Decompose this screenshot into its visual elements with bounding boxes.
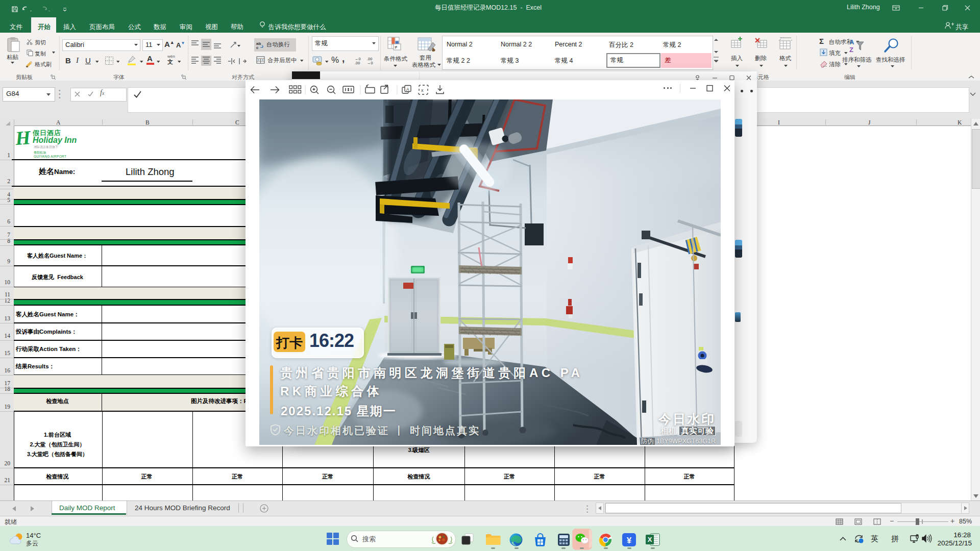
svg-text:c: c — [256, 45, 259, 50]
svg-text:x: x — [421, 88, 424, 93]
svg-text:A: A — [406, 87, 409, 92]
svg-text:A: A — [849, 38, 854, 46]
svg-text:Z: Z — [849, 46, 853, 54]
svg-text:¥: ¥ — [627, 536, 632, 545]
svg-text:≠: ≠ — [395, 44, 398, 50]
svg-text:.00: .00 — [355, 61, 360, 65]
svg-text:→0: →0 — [367, 61, 373, 65]
svg-text:X: X — [648, 536, 652, 543]
